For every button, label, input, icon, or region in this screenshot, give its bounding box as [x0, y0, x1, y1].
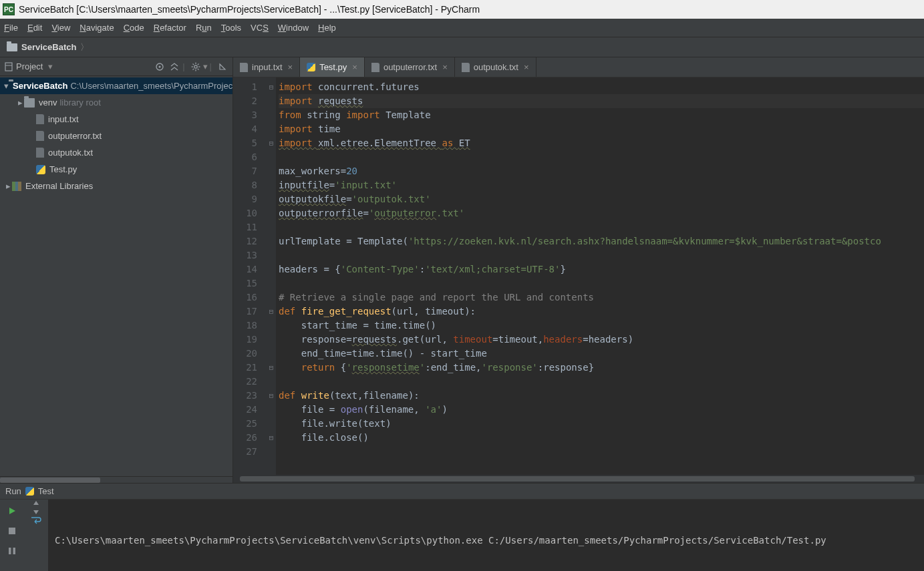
- svg-line-10: [197, 68, 198, 69]
- collapse-all-icon[interactable]: [168, 61, 180, 73]
- tree-file-label: outputerror.txt: [48, 131, 102, 141]
- close-icon[interactable]: ×: [352, 62, 357, 72]
- app-icon: PC: [3, 3, 15, 15]
- chevron-down-icon[interactable]: ▾: [48, 61, 53, 71]
- menu-refactor[interactable]: Refactor: [154, 23, 186, 33]
- scrollbar-thumb[interactable]: [0, 478, 100, 483]
- window-title: ServiceBatch [C:\Users\maarten_smeets\Py…: [19, 4, 480, 15]
- run-toolbar-left: [0, 500, 24, 571]
- text-file-icon: [240, 63, 248, 72]
- close-icon[interactable]: ×: [288, 62, 293, 72]
- menu-edit[interactable]: Edit: [27, 23, 42, 33]
- expand-arrow-icon[interactable]: [4, 81, 9, 91]
- project-tool-title[interactable]: Project: [16, 61, 43, 71]
- tree-file[interactable]: Test.py: [0, 161, 233, 178]
- folder-icon: [24, 98, 35, 108]
- menu-bar: File Edit View Navigate Code Refactor Ru…: [0, 19, 924, 37]
- tree-file[interactable]: outputok.txt: [0, 144, 233, 161]
- tab-label: Test.py: [319, 62, 347, 72]
- horizontal-scrollbar[interactable]: [233, 475, 924, 483]
- project-view-icon: [4, 62, 13, 71]
- tab-label: outputok.txt: [474, 62, 518, 72]
- title-bar: PC ServiceBatch [C:\Users\maarten_smeets…: [0, 0, 924, 19]
- tree-file[interactable]: outputerror.txt: [0, 128, 233, 144]
- project-root-path: C:\Users\maarten_smeets\PycharmProjects\…: [70, 81, 233, 91]
- tree-file-label: input.txt: [48, 114, 79, 124]
- svg-rect-15: [13, 548, 16, 554]
- run-tool-tab-bar: Run Test: [0, 483, 924, 499]
- run-config-name[interactable]: Test: [38, 486, 54, 496]
- project-root-name: ServiceBatch: [13, 81, 67, 91]
- run-tool-label[interactable]: Run: [5, 486, 21, 496]
- tab-outputerror-txt[interactable]: outputerror.txt ×: [365, 57, 455, 77]
- text-file-icon: [371, 63, 379, 72]
- tab-outputok-txt[interactable]: outputok.txt ×: [455, 57, 536, 77]
- fold-gutter[interactable]: ⊟⊟⊟⊟⊟⊟: [267, 77, 276, 475]
- svg-rect-13: [9, 528, 15, 534]
- hide-icon[interactable]: [216, 61, 228, 73]
- menu-help[interactable]: Help: [318, 23, 336, 33]
- svg-line-11: [197, 63, 198, 65]
- menu-tools[interactable]: Tools: [221, 23, 241, 33]
- python-file-icon: [36, 165, 45, 174]
- menu-navigate[interactable]: Navigate: [80, 23, 114, 33]
- tree-file-label: Test.py: [49, 164, 77, 174]
- pause-button[interactable]: [3, 542, 21, 560]
- python-file-icon: [307, 63, 315, 71]
- expand-arrow-icon[interactable]: [16, 98, 24, 108]
- tree-file-label: outputok.txt: [48, 148, 93, 158]
- chevron-down-icon[interactable]: ▾: [203, 61, 208, 71]
- menu-file[interactable]: File: [4, 23, 18, 33]
- tree-project-root[interactable]: ServiceBatch C:\Users\maarten_smeets\Pyc…: [0, 77, 233, 94]
- svg-rect-14: [9, 548, 11, 554]
- menu-window[interactable]: Window: [278, 23, 309, 33]
- tree-node-suffix: library root: [59, 98, 100, 108]
- stop-button[interactable]: [3, 522, 21, 540]
- text-file-icon: [36, 114, 44, 124]
- tree-node-venv[interactable]: venv library root: [0, 94, 233, 111]
- tree-node-label: venv: [39, 98, 57, 108]
- tab-label: outputerror.txt: [383, 62, 437, 72]
- code-editor[interactable]: 1234567891011121314151617181920212223242…: [233, 77, 924, 475]
- close-icon[interactable]: ×: [524, 62, 529, 72]
- svg-point-4: [194, 65, 196, 67]
- svg-line-12: [192, 68, 194, 69]
- run-console[interactable]: C:\Users\maarten_smeets\PycharmProjects\…: [48, 500, 924, 571]
- menu-view[interactable]: View: [51, 23, 70, 33]
- run-tool-window: C:\Users\maarten_smeets\PycharmProjects\…: [0, 499, 924, 571]
- svg-line-9: [192, 63, 194, 65]
- text-file-icon: [36, 148, 44, 158]
- console-line: C:\Users\maarten_smeets\PycharmProjects\…: [55, 533, 917, 548]
- project-tool-header: Project ▾ | ▾ |: [0, 57, 233, 76]
- scrollbar-thumb[interactable]: [240, 476, 915, 482]
- menu-run[interactable]: Run: [196, 23, 212, 33]
- tree-file[interactable]: input.txt: [0, 111, 233, 128]
- toggle-soft-wrap-button[interactable]: [31, 516, 41, 525]
- python-file-icon: [25, 487, 34, 496]
- tab-test-py[interactable]: Test.py ×: [300, 57, 365, 77]
- code-content[interactable]: import concurrent.futuresimport requests…: [276, 77, 924, 475]
- tab-label: input.txt: [252, 62, 283, 72]
- navigation-bar: ServiceBatch 〉: [0, 37, 924, 57]
- tab-input-txt[interactable]: input.txt ×: [233, 57, 300, 77]
- line-number-gutter[interactable]: 1234567891011121314151617181920212223242…: [233, 77, 267, 475]
- menu-vcs[interactable]: VCS: [251, 23, 269, 33]
- svg-point-3: [159, 65, 161, 67]
- rerun-button[interactable]: [3, 502, 21, 520]
- close-icon[interactable]: ×: [442, 62, 448, 72]
- locate-icon[interactable]: [154, 61, 166, 73]
- text-file-icon: [462, 63, 470, 72]
- svg-rect-0: [5, 63, 12, 71]
- gear-icon[interactable]: [190, 61, 202, 73]
- expand-arrow-icon[interactable]: [4, 181, 12, 191]
- tree-external-libs[interactable]: External Libraries: [0, 178, 233, 194]
- editor-tabs: input.txt × Test.py × outputerror.txt × …: [233, 57, 924, 77]
- menu-code[interactable]: Code: [124, 23, 144, 33]
- horizontal-scrollbar[interactable]: [0, 476, 233, 483]
- up-stack-button[interactable]: [32, 500, 40, 508]
- breadcrumb-root[interactable]: ServiceBatch: [21, 42, 76, 52]
- down-stack-button[interactable]: [32, 508, 40, 516]
- project-tree[interactable]: ServiceBatch C:\Users\maarten_smeets\Pyc…: [0, 76, 233, 476]
- libraries-icon: [12, 182, 21, 191]
- chevron-right-icon: 〉: [80, 41, 89, 53]
